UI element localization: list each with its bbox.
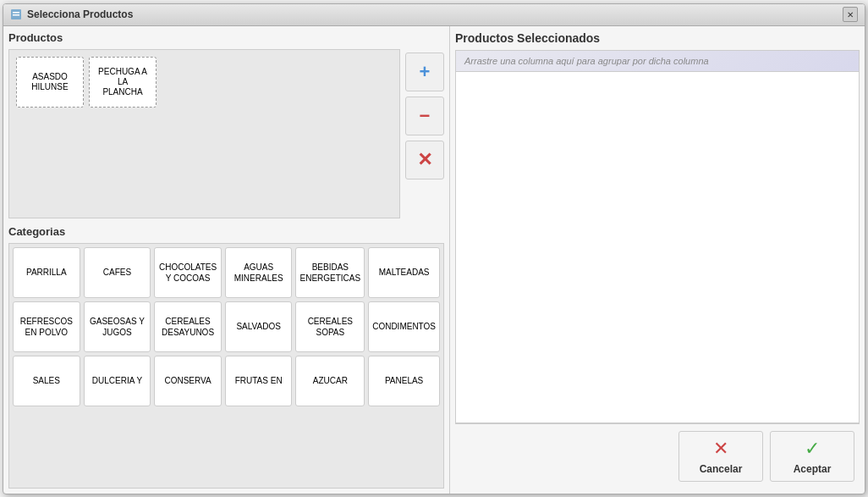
svg-rect-2 (13, 14, 19, 16)
categoria-gaseosas[interactable]: GASEOSAS Y JUGOS (84, 301, 151, 352)
productos-area: ASASDOHILUNSE PECHUGA A LAPLANCHA + − ✕ (8, 49, 444, 218)
cancel-button[interactable]: ✕ Cancelar (678, 431, 763, 482)
cancel-label: Cancelar (700, 463, 743, 475)
categorias-grid: PARRILLA CAFES CHOCOLATES Y COCOAS AGUAS… (9, 244, 443, 410)
categoria-refrescos[interactable]: REFRESCOS EN POLVO (13, 301, 80, 352)
categoria-condimentos[interactable]: CONDIMENTOS (368, 301, 440, 352)
categoria-salvados[interactable]: SALVADOS (225, 301, 293, 352)
selected-table-area[interactable] (456, 72, 859, 422)
left-panel: Productos ASASDOHILUNSE PECHUGA A LAPLAN… (3, 26, 450, 494)
minus-button[interactable]: − (405, 97, 444, 135)
categoria-azucar[interactable]: AZUCAR (295, 356, 365, 406)
categoria-bebidas[interactable]: BEBIDAS ENERGETICAS (295, 247, 365, 298)
categoria-parrilla[interactable]: PARRILLA (13, 247, 80, 298)
productos-title: Productos (8, 31, 444, 44)
categorias-title: Categorias (8, 225, 444, 238)
drag-hint: Arrastre una columna aquí para agrupar p… (456, 51, 859, 72)
producto-asasdo[interactable]: ASASDOHILUNSE (16, 57, 84, 108)
selected-title: Productos Seleccionados (455, 31, 860, 45)
accept-button[interactable]: ✓ Aceptar (770, 431, 854, 482)
categoria-dulceria[interactable]: DULCERIA Y (84, 356, 151, 406)
categoria-malteadas[interactable]: MALTEADAS (368, 247, 440, 298)
categoria-cafes[interactable]: CAFES (84, 247, 151, 298)
right-panel: Productos Seleccionados Arrastre una col… (450, 26, 865, 494)
categoria-panelas[interactable]: PANELAS (368, 356, 440, 406)
clear-button[interactable]: ✕ (405, 141, 444, 179)
accept-label: Aceptar (794, 463, 832, 475)
categoria-cereales-des[interactable]: CEREALES DESAYUNOS (154, 301, 222, 352)
productos-grid: ASASDOHILUNSE PECHUGA A LAPLANCHA (8, 49, 400, 218)
selected-products-area: Arrastre una columna aquí para agrupar p… (455, 50, 860, 423)
bottom-buttons: ✕ Cancelar ✓ Aceptar (455, 423, 860, 489)
title-bar: Selecciona Productos ✕ (3, 4, 865, 26)
add-button[interactable]: + (405, 52, 444, 91)
categoria-cereales-sopas[interactable]: CEREALES SOPAS (295, 301, 365, 352)
action-buttons: + − ✕ (400, 49, 444, 218)
categoria-frutas[interactable]: FRUTAS EN (225, 356, 293, 406)
cancel-icon: ✕ (713, 438, 728, 460)
main-window: Selecciona Productos ✕ Productos ASASDOH… (3, 3, 865, 494)
categoria-sales[interactable]: SALES (13, 356, 80, 406)
accept-icon: ✓ (805, 438, 820, 460)
categorias-grid-wrapper[interactable]: PARRILLA CAFES CHOCOLATES Y COCOAS AGUAS… (8, 243, 444, 489)
categorias-section: Categorias PARRILLA CAFES CHOCOLATES Y C… (8, 225, 444, 489)
svg-rect-1 (13, 12, 19, 14)
producto-pechuga[interactable]: PECHUGA A LAPLANCHA (89, 57, 157, 108)
categoria-chocolates[interactable]: CHOCOLATES Y COCOAS (154, 247, 222, 298)
close-button[interactable]: ✕ (843, 7, 858, 22)
window-title: Selecciona Productos (27, 8, 133, 20)
categoria-aguas[interactable]: AGUAS MINERALES (225, 247, 293, 298)
window-icon (10, 8, 22, 20)
main-content: Productos ASASDOHILUNSE PECHUGA A LAPLAN… (3, 26, 865, 494)
categoria-conserva[interactable]: CONSERVA (154, 356, 222, 406)
